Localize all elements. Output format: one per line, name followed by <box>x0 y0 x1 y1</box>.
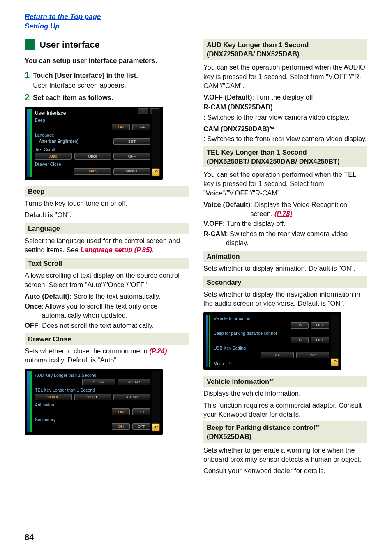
vehicle-info-row-label: Vehicle Information <box>214 316 329 321</box>
textscroll-off-val: : Does not scroll the text automatically… <box>38 321 154 330</box>
aud-key-header: AUD Key Longer than 1 Second (DNX7250DAB… <box>203 39 367 60</box>
usb-button[interactable]: USB <box>261 352 294 358</box>
return-to-top-link[interactable]: Return to the Top page <box>25 12 367 22</box>
beep-section-label: Beep <box>25 186 189 197</box>
vehicle-info-text-2: This function requires a commercial adap… <box>203 401 367 419</box>
textscroll-once-key: Once <box>25 302 42 320</box>
aud-key-title-2: (DNX7250DAB/ DNX525DAB) <box>207 50 300 58</box>
ui-screenshot-3: Vehicle Information ON OFF Beep for park… <box>203 312 341 370</box>
return-arrow-icon[interactable]: ↶ <box>331 358 339 366</box>
left-column: User interface You can setup user interf… <box>25 39 189 478</box>
aud-cam-key: CAM (DNX7250DAB)*² <box>203 125 274 132</box>
animation-off-button[interactable]: OFF <box>132 408 150 415</box>
beep-park-title-1: Beep for Parking distance control*¹ <box>207 424 320 431</box>
language-section-label: Language <box>25 223 189 234</box>
p78-link[interactable]: (P.78) <box>274 210 292 217</box>
tel-voice-val-text: : Displays the Voice Recognition screen. <box>250 201 347 217</box>
aud-voff-button[interactable]: V.OFF <box>82 379 115 385</box>
tel-voice-button[interactable]: VOICE <box>35 394 72 400</box>
step-1: 1 Touch [User Interface] in the list. Us… <box>25 71 189 90</box>
language-set-button[interactable]: SET <box>113 138 150 145</box>
step-title: Set each item as follows. <box>33 93 189 102</box>
tel-key-title-2: (DNX5250BT/ DNX4250DAB/ DNX4250BT) <box>207 158 340 165</box>
textscroll-text: Allows scrolling of text display on the … <box>25 271 189 289</box>
textscroll-auto-key: Auto (Default) <box>25 292 69 301</box>
page-number: 84 <box>25 532 34 543</box>
textscroll-once-button[interactable]: Once <box>74 153 111 160</box>
tel-voice-val: : Displays the Voice Recognition screen.… <box>250 200 367 218</box>
secondary-row-label: Secondary <box>35 417 150 422</box>
drawer-manual-button[interactable]: Manual <box>113 168 150 175</box>
tel-voff-button[interactable]: V.OFF <box>74 394 111 400</box>
ui-screenshot-2: AUD Key Longer than 1 Second V.OFF R-CAM… <box>25 369 163 435</box>
drawerclose-section-label: Drawer Close <box>25 333 189 345</box>
vi-on-button[interactable]: ON <box>291 322 309 329</box>
tel-row-label: TEL Key Longer than 1 Second <box>35 387 150 393</box>
language-setup-link[interactable]: Language setup (P.85) <box>81 246 152 253</box>
beep-off-button[interactable]: OFF <box>132 124 150 130</box>
tel-key-title-1: TEL Key Longer than 1 Second <box>207 149 307 156</box>
vehicle-info-text-1: Displays the vehicle information. <box>203 389 367 398</box>
drawer-auto-button[interactable]: Auto <box>74 168 111 175</box>
tel-voff-val: : Turn the display off. <box>223 219 286 228</box>
back-icon[interactable]: ⇐ <box>138 108 148 114</box>
beeppark-off-button[interactable]: OFF <box>311 337 329 343</box>
text-scroll-row-label: Text Scroll <box>35 146 150 152</box>
language-text: Select the language used for the control… <box>25 236 189 255</box>
ipod-button[interactable]: iPod <box>296 352 329 358</box>
beep-row-label: Beep <box>35 117 150 123</box>
animation-on-button[interactable]: ON <box>112 408 130 415</box>
beep-text-2: Default is "ON". <box>25 210 189 219</box>
ui-screenshot-1: User Interface ⇐ ☰ Beep ON OFF Language <box>25 107 163 180</box>
textscroll-section-label: Text Scroll <box>25 258 189 269</box>
secondary-on-button[interactable]: ON <box>112 423 130 430</box>
tel-rcam-button[interactable]: R-CAM <box>113 394 150 400</box>
beep-park-text-2: Consult your Kenwood dealer for details. <box>203 466 367 475</box>
p24-link[interactable]: (P.24) <box>150 347 167 355</box>
drawer-text-pre: Sets whether to close the common menu <box>25 347 150 355</box>
tel-key-header: TEL Key Longer than 1 Second (DNX5250BT/… <box>203 146 367 168</box>
tel-voice-after: . <box>292 210 294 217</box>
textscroll-auto-button[interactable]: Auto <box>35 153 72 160</box>
language-text-after: . <box>152 246 154 253</box>
language-row-label: Language <box>35 132 150 138</box>
beep-park-title-2: (DNX525DAB) <box>207 433 251 440</box>
return-arrow-icon[interactable]: ↶ <box>152 423 160 431</box>
heading-accent <box>25 39 35 50</box>
textscroll-off-key: OFF <box>25 321 38 330</box>
tel-rcam-key: R-CAM <box>203 229 226 248</box>
section-link[interactable]: Setting Up <box>25 22 367 31</box>
tel-key-text: You can set the operation performed when… <box>203 170 367 197</box>
tel-voice-key: Voice (Default) <box>203 200 250 218</box>
beep-park-header: Beep for Parking distance control*¹ (DNX… <box>203 421 367 443</box>
step-subtext: User Interface screen appears. <box>33 81 189 90</box>
beeppark-on-button[interactable]: ON <box>291 337 309 343</box>
aud-voff-val: : Turn the display off. <box>252 93 315 102</box>
aud-rcam-button[interactable]: R-CAM <box>118 379 150 385</box>
aud-cam-val: : Switches to the front/ rear view camer… <box>203 134 367 143</box>
vehicle-info-section-label: Vehicle Information*¹ <box>203 376 367 387</box>
secondary-section-label: Secondary <box>203 276 367 288</box>
secondary-off-button[interactable]: OFF <box>132 423 150 430</box>
drawer-text-after: automatically. Default is "Auto". <box>25 356 118 364</box>
language-value: American English(en) <box>35 139 78 144</box>
textscroll-off-button[interactable]: OFF <box>113 153 150 160</box>
drawerclose-text: Sets whether to close the common menu (P… <box>25 346 189 365</box>
beep-on-button[interactable]: ON <box>112 124 130 130</box>
vi-off-button[interactable]: OFF <box>311 322 329 329</box>
page-title: User interface <box>39 39 100 51</box>
aud-rcam-val: : Switches to the rear view camera video… <box>203 113 367 122</box>
drawer-close-row-label: Drawer Close <box>35 161 150 167</box>
beep-park-text-1: Sets whether to generate a warning tone … <box>203 446 367 464</box>
screenshot-title: User Interface <box>35 110 150 116</box>
textscroll-once-val: : Allows you to scroll the text only onc… <box>42 302 189 320</box>
step-number: 1 <box>25 71 30 90</box>
tel-tab-label[interactable]: TEL <box>227 361 233 367</box>
beep-text-1: Turns the key touch tone on or off. <box>25 199 189 208</box>
animation-text: Sets whether to display animation. Defau… <box>203 264 367 273</box>
tel-voff-key: V.OFF <box>203 219 223 228</box>
usb-key-row-label: USB Key Setting <box>214 345 329 351</box>
return-arrow-icon[interactable]: ↶ <box>152 168 160 176</box>
menu-tab-label[interactable]: Menu <box>214 361 224 367</box>
right-column: AUD Key Longer than 1 Second (DNX7250DAB… <box>203 39 367 478</box>
